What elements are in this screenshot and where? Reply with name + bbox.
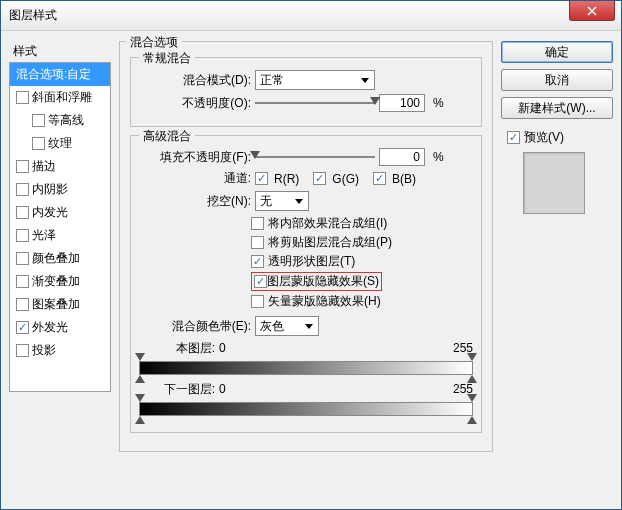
fill-pct: % xyxy=(433,150,444,164)
blend-mode-value: 正常 xyxy=(260,72,284,89)
sidebar-item[interactable]: 描边 xyxy=(10,155,110,178)
blend-mode-select[interactable]: 正常 xyxy=(255,70,375,90)
close-icon xyxy=(587,6,597,16)
close-button[interactable] xyxy=(569,1,615,21)
adv-checkbox[interactable] xyxy=(251,295,264,308)
adv-checkbox[interactable] xyxy=(254,275,267,288)
sidebar-item-label: 渐变叠加 xyxy=(32,273,80,290)
channel-b-label: B(B) xyxy=(392,172,416,186)
style-checkbox[interactable] xyxy=(16,275,29,288)
preview-label: 预览(V) xyxy=(524,129,564,146)
general-title: 常规混合 xyxy=(139,50,195,67)
this-layer-label: 本图层: xyxy=(139,340,215,357)
adv-check-label: 将剪贴图层混合成组(P) xyxy=(268,234,392,251)
advanced-blend-group: 高级混合 填充不透明度(F): 0 % 通道: R(R xyxy=(130,135,482,433)
channels-label: 通道: xyxy=(139,170,251,187)
general-blend-group: 常规混合 混合模式(D): 正常 不透明度(O): xyxy=(130,57,482,127)
style-checkbox[interactable] xyxy=(16,298,29,311)
channel-r-label: R(R) xyxy=(274,172,299,186)
opacity-slider[interactable] xyxy=(255,95,375,111)
adv-check-label: 矢量蒙版隐藏效果(H) xyxy=(268,293,381,310)
chevron-down-icon xyxy=(358,73,372,87)
fill-value[interactable]: 0 xyxy=(379,148,425,166)
preview-checkbox[interactable] xyxy=(507,131,520,144)
adv-checkbox[interactable] xyxy=(251,236,264,249)
sidebar-item-label: 光泽 xyxy=(32,227,56,244)
channel-r-checkbox[interactable] xyxy=(255,172,268,185)
sidebar-item-label: 内发光 xyxy=(32,204,68,221)
sidebar-item-label: 外发光 xyxy=(32,319,68,336)
sidebar-item-label: 颜色叠加 xyxy=(32,250,80,267)
style-checkbox[interactable] xyxy=(16,206,29,219)
sidebar-item-label: 图案叠加 xyxy=(32,296,80,313)
adv-checkbox[interactable] xyxy=(251,255,264,268)
sidebar-item[interactable]: 纹理 xyxy=(10,132,110,155)
style-checkbox[interactable] xyxy=(16,321,29,334)
style-sidebar: 样式 混合选项:自定斜面和浮雕等高线纹理描边内阴影内发光光泽颜色叠加渐变叠加图案… xyxy=(9,41,111,460)
style-checkbox[interactable] xyxy=(16,229,29,242)
blend-mode-label: 混合模式(D): xyxy=(139,72,251,89)
adv-check-label: 透明形状图层(T) xyxy=(268,253,355,270)
this-layer-gradient[interactable] xyxy=(139,361,473,375)
sidebar-item[interactable]: 投影 xyxy=(10,339,110,362)
style-checkbox[interactable] xyxy=(16,344,29,357)
fill-label: 填充不透明度(F): xyxy=(139,149,251,166)
sidebar-item-label: 混合选项:自定 xyxy=(16,66,91,83)
adv-check-label: 图层蒙版隐藏效果(S) xyxy=(267,273,379,290)
knockout-select[interactable]: 无 xyxy=(255,191,309,211)
blend-if-section: 混合颜色带(E): 灰色 本图层: 0255 xyxy=(139,316,473,416)
advanced-title: 高级混合 xyxy=(139,128,195,145)
adv-check-label: 将内部效果混合成组(I) xyxy=(268,215,387,232)
sidebar-item[interactable]: 颜色叠加 xyxy=(10,247,110,270)
knockout-label: 挖空(N): xyxy=(139,193,251,210)
style-checkbox[interactable] xyxy=(16,252,29,265)
group-title: 混合选项 xyxy=(126,34,182,51)
knockout-value: 无 xyxy=(260,193,272,210)
style-checkbox[interactable] xyxy=(32,137,45,150)
sidebar-item-label: 纹理 xyxy=(48,135,72,152)
preview-thumbnail xyxy=(523,152,585,214)
channel-g-checkbox[interactable] xyxy=(313,172,326,185)
sidebar-title: 样式 xyxy=(9,41,111,62)
sidebar-item[interactable]: 斜面和浮雕 xyxy=(10,86,110,109)
layer-style-dialog: 图层样式 样式 混合选项:自定斜面和浮雕等高线纹理描边内阴影内发光光泽颜色叠加渐… xyxy=(0,0,622,510)
sidebar-item[interactable]: 混合选项:自定 xyxy=(10,63,110,86)
sidebar-item[interactable]: 渐变叠加 xyxy=(10,270,110,293)
chevron-down-icon xyxy=(302,319,316,333)
opacity-label: 不透明度(O): xyxy=(139,95,251,112)
fill-slider[interactable] xyxy=(255,149,375,165)
sidebar-item[interactable]: 图案叠加 xyxy=(10,293,110,316)
channel-b-checkbox[interactable] xyxy=(373,172,386,185)
titlebar: 图层样式 xyxy=(1,1,621,31)
window-title: 图层样式 xyxy=(9,7,57,24)
ok-button[interactable]: 确定 xyxy=(501,41,613,63)
new-style-button[interactable]: 新建样式(W)... xyxy=(501,97,613,119)
right-panel: 确定 取消 新建样式(W)... 预览(V) xyxy=(501,41,613,460)
sidebar-item[interactable]: 外发光 xyxy=(10,316,110,339)
sidebar-item[interactable]: 内发光 xyxy=(10,201,110,224)
style-checkbox[interactable] xyxy=(16,91,29,104)
opacity-value[interactable]: 100 xyxy=(379,94,425,112)
sidebar-item[interactable]: 光泽 xyxy=(10,224,110,247)
chevron-down-icon xyxy=(292,194,306,208)
blend-options-group: 混合选项 常规混合 混合模式(D): 正常 不透明度 xyxy=(119,41,493,452)
sidebar-item-label: 斜面和浮雕 xyxy=(32,89,92,106)
next-layer-gradient[interactable] xyxy=(139,402,473,416)
cancel-button[interactable]: 取消 xyxy=(501,69,613,91)
adv-checkbox[interactable] xyxy=(251,217,264,230)
channel-g-label: G(G) xyxy=(332,172,359,186)
blendif-value: 灰色 xyxy=(260,318,284,335)
sidebar-item-label: 内阴影 xyxy=(32,181,68,198)
style-checkbox[interactable] xyxy=(32,114,45,127)
style-checkbox[interactable] xyxy=(16,183,29,196)
style-checkbox[interactable] xyxy=(16,160,29,173)
advanced-checks: 将内部效果混合成组(I) 将剪贴图层混合成组(P) 透明形状图层(T) 图层蒙版… xyxy=(251,215,473,310)
sidebar-item[interactable]: 内阴影 xyxy=(10,178,110,201)
sidebar-item-label: 描边 xyxy=(32,158,56,175)
opacity-pct: % xyxy=(433,96,444,110)
blendif-label: 混合颜色带(E): xyxy=(139,318,251,335)
sidebar-item-label: 等高线 xyxy=(48,112,84,129)
sidebar-item-label: 投影 xyxy=(32,342,56,359)
sidebar-item[interactable]: 等高线 xyxy=(10,109,110,132)
blendif-select[interactable]: 灰色 xyxy=(255,316,319,336)
